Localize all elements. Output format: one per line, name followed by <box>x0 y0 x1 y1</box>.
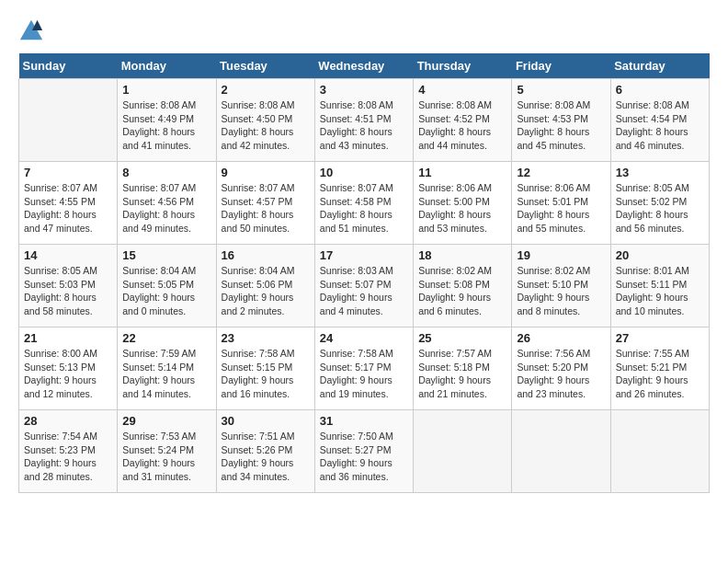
day-info: Sunrise: 7:53 AM Sunset: 5:24 PM Dayligh… <box>122 430 210 484</box>
day-number: 29 <box>122 414 210 428</box>
day-info: Sunrise: 7:51 AM Sunset: 5:26 PM Dayligh… <box>222 430 310 484</box>
page-header <box>18 18 710 44</box>
calendar-cell: 2Sunrise: 8:08 AM Sunset: 4:50 PM Daylig… <box>216 79 314 162</box>
calendar-cell: 4Sunrise: 8:08 AM Sunset: 4:52 PM Daylig… <box>414 79 512 162</box>
calendar-cell: 26Sunrise: 7:56 AM Sunset: 5:20 PM Dayli… <box>512 327 610 410</box>
day-number: 4 <box>418 83 506 97</box>
calendar-cell: 9Sunrise: 8:07 AM Sunset: 4:57 PM Daylig… <box>216 162 314 245</box>
calendar-cell: 27Sunrise: 7:55 AM Sunset: 5:21 PM Dayli… <box>610 327 709 410</box>
day-info: Sunrise: 8:04 AM Sunset: 5:05 PM Dayligh… <box>122 264 210 318</box>
day-number: 24 <box>320 331 408 345</box>
day-info: Sunrise: 7:50 AM Sunset: 5:27 PM Dayligh… <box>320 430 408 484</box>
day-info: Sunrise: 8:02 AM Sunset: 5:08 PM Dayligh… <box>418 264 506 318</box>
day-info: Sunrise: 7:58 AM Sunset: 5:17 PM Dayligh… <box>320 347 408 401</box>
calendar-cell: 1Sunrise: 8:08 AM Sunset: 4:49 PM Daylig… <box>118 79 216 162</box>
day-number: 12 <box>517 166 605 179</box>
day-number: 14 <box>24 248 112 262</box>
day-number: 25 <box>418 331 506 345</box>
weekday-header-wednesday: Wednesday <box>314 53 413 79</box>
calendar-cell: 24Sunrise: 7:58 AM Sunset: 5:17 PM Dayli… <box>314 327 413 410</box>
day-number: 18 <box>418 248 506 262</box>
calendar-cell: 16Sunrise: 8:04 AM Sunset: 5:06 PM Dayli… <box>216 245 314 327</box>
day-number: 22 <box>122 331 210 345</box>
day-info: Sunrise: 8:08 AM Sunset: 4:52 PM Dayligh… <box>418 98 506 153</box>
calendar-cell: 10Sunrise: 8:07 AM Sunset: 4:58 PM Dayli… <box>314 162 413 245</box>
calendar-cell: 22Sunrise: 7:59 AM Sunset: 5:14 PM Dayli… <box>118 327 216 410</box>
day-number: 27 <box>616 331 704 345</box>
day-number: 11 <box>418 166 506 179</box>
day-number: 1 <box>122 83 210 97</box>
day-info: Sunrise: 8:08 AM Sunset: 4:51 PM Dayligh… <box>320 98 408 153</box>
day-info: Sunrise: 7:57 AM Sunset: 5:18 PM Dayligh… <box>418 347 506 401</box>
calendar-cell <box>512 410 610 493</box>
weekday-header-row: SundayMondayTuesdayWednesdayThursdayFrid… <box>19 53 710 79</box>
week-row-2: 7Sunrise: 8:07 AM Sunset: 4:55 PM Daylig… <box>19 162 710 245</box>
calendar-cell: 14Sunrise: 8:05 AM Sunset: 5:03 PM Dayli… <box>19 245 118 327</box>
weekday-header-monday: Monday <box>118 53 216 79</box>
day-number: 16 <box>222 248 310 262</box>
calendar-cell <box>19 79 118 162</box>
day-info: Sunrise: 8:07 AM Sunset: 4:56 PM Dayligh… <box>122 181 210 236</box>
calendar-cell: 15Sunrise: 8:04 AM Sunset: 5:05 PM Dayli… <box>118 245 216 327</box>
day-info: Sunrise: 7:56 AM Sunset: 5:20 PM Dayligh… <box>517 347 605 401</box>
day-info: Sunrise: 8:08 AM Sunset: 4:53 PM Dayligh… <box>517 98 605 153</box>
day-number: 15 <box>122 248 210 262</box>
calendar-cell: 8Sunrise: 8:07 AM Sunset: 4:56 PM Daylig… <box>118 162 216 245</box>
day-info: Sunrise: 8:03 AM Sunset: 5:07 PM Dayligh… <box>320 264 408 318</box>
weekday-header-sunday: Sunday <box>19 53 118 79</box>
calendar-cell <box>414 410 512 493</box>
day-number: 21 <box>24 331 112 345</box>
day-info: Sunrise: 8:05 AM Sunset: 5:03 PM Dayligh… <box>24 264 112 318</box>
calendar-cell: 17Sunrise: 8:03 AM Sunset: 5:07 PM Dayli… <box>314 245 413 327</box>
day-info: Sunrise: 8:00 AM Sunset: 5:13 PM Dayligh… <box>24 347 112 401</box>
day-info: Sunrise: 7:55 AM Sunset: 5:21 PM Dayligh… <box>616 347 704 401</box>
week-row-4: 21Sunrise: 8:00 AM Sunset: 5:13 PM Dayli… <box>19 327 710 410</box>
week-row-5: 28Sunrise: 7:54 AM Sunset: 5:23 PM Dayli… <box>19 410 710 493</box>
day-number: 9 <box>222 166 310 179</box>
day-number: 13 <box>616 166 704 179</box>
day-number: 5 <box>517 83 605 97</box>
day-info: Sunrise: 8:07 AM Sunset: 4:55 PM Dayligh… <box>24 181 112 236</box>
calendar-cell: 20Sunrise: 8:01 AM Sunset: 5:11 PM Dayli… <box>610 245 709 327</box>
calendar-cell: 31Sunrise: 7:50 AM Sunset: 5:27 PM Dayli… <box>314 410 413 493</box>
day-number: 26 <box>517 331 605 345</box>
calendar-cell: 11Sunrise: 8:06 AM Sunset: 5:00 PM Dayli… <box>414 162 512 245</box>
day-number: 3 <box>320 83 408 97</box>
calendar-cell: 21Sunrise: 8:00 AM Sunset: 5:13 PM Dayli… <box>19 327 118 410</box>
day-info: Sunrise: 8:01 AM Sunset: 5:11 PM Dayligh… <box>616 264 704 318</box>
day-number: 2 <box>222 83 310 97</box>
day-info: Sunrise: 8:02 AM Sunset: 5:10 PM Dayligh… <box>517 264 605 318</box>
calendar-cell: 3Sunrise: 8:08 AM Sunset: 4:51 PM Daylig… <box>314 79 413 162</box>
day-number: 19 <box>517 248 605 262</box>
logo-icon <box>18 18 44 44</box>
calendar-cell: 5Sunrise: 8:08 AM Sunset: 4:53 PM Daylig… <box>512 79 610 162</box>
day-info: Sunrise: 7:58 AM Sunset: 5:15 PM Dayligh… <box>222 347 310 401</box>
day-number: 6 <box>616 83 704 97</box>
day-number: 17 <box>320 248 408 262</box>
week-row-1: 1Sunrise: 8:08 AM Sunset: 4:49 PM Daylig… <box>19 79 710 162</box>
calendar-cell: 6Sunrise: 8:08 AM Sunset: 4:54 PM Daylig… <box>610 79 709 162</box>
day-number: 23 <box>222 331 310 345</box>
calendar-cell: 30Sunrise: 7:51 AM Sunset: 5:26 PM Dayli… <box>216 410 314 493</box>
calendar-cell <box>610 410 709 493</box>
calendar-cell: 29Sunrise: 7:53 AM Sunset: 5:24 PM Dayli… <box>118 410 216 493</box>
day-number: 28 <box>24 414 112 428</box>
logo <box>18 18 48 44</box>
calendar-cell: 19Sunrise: 8:02 AM Sunset: 5:10 PM Dayli… <box>512 245 610 327</box>
weekday-header-saturday: Saturday <box>610 53 709 79</box>
day-number: 20 <box>616 248 704 262</box>
day-number: 31 <box>320 414 408 428</box>
week-row-3: 14Sunrise: 8:05 AM Sunset: 5:03 PM Dayli… <box>19 245 710 327</box>
day-number: 8 <box>122 166 210 179</box>
day-info: Sunrise: 8:07 AM Sunset: 4:58 PM Dayligh… <box>320 181 408 236</box>
day-info: Sunrise: 8:06 AM Sunset: 5:01 PM Dayligh… <box>517 181 605 236</box>
day-info: Sunrise: 8:06 AM Sunset: 5:00 PM Dayligh… <box>418 181 506 236</box>
weekday-header-friday: Friday <box>512 53 610 79</box>
calendar-cell: 7Sunrise: 8:07 AM Sunset: 4:55 PM Daylig… <box>19 162 118 245</box>
calendar-cell: 12Sunrise: 8:06 AM Sunset: 5:01 PM Dayli… <box>512 162 610 245</box>
calendar-cell: 25Sunrise: 7:57 AM Sunset: 5:18 PM Dayli… <box>414 327 512 410</box>
day-info: Sunrise: 8:07 AM Sunset: 4:57 PM Dayligh… <box>222 181 310 236</box>
calendar-cell: 13Sunrise: 8:05 AM Sunset: 5:02 PM Dayli… <box>610 162 709 245</box>
day-number: 30 <box>222 414 310 428</box>
day-info: Sunrise: 8:08 AM Sunset: 4:54 PM Dayligh… <box>616 98 704 153</box>
